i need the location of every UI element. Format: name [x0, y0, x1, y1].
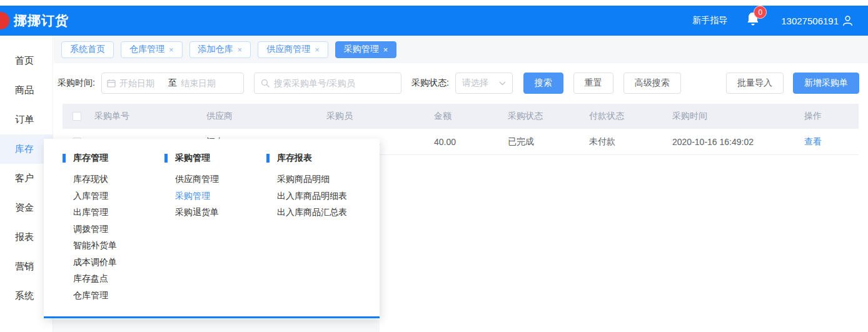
tab-warehouse-management[interactable]: 仓库管理 ×	[121, 41, 183, 58]
section-marker	[63, 154, 66, 163]
section-title: 采购管理	[175, 153, 210, 164]
col-purchaser: 采购员	[323, 111, 431, 122]
filter-bar: 采购时间: 至 采购状态:	[54, 63, 868, 103]
tab-supplier-management[interactable]: 供应商管理 ×	[258, 41, 328, 58]
menu-item-inventory-status[interactable]: 库存现状	[73, 174, 164, 184]
tab-add-warehouse[interactable]: 添加仓库 ×	[189, 41, 251, 58]
beginner-guide-link[interactable]: 新手指导	[692, 15, 727, 26]
app-header: 挪挪订货 新手指导 0 13027506191	[0, 6, 868, 36]
menu-item-purchase-returns[interactable]: 采购退货单	[175, 208, 266, 218]
purchase-time-label: 采购时间:	[58, 78, 95, 89]
menu-item-inbound-management[interactable]: 入库管理	[73, 191, 164, 201]
menu-item-outbound-management[interactable]: 出库管理	[73, 208, 164, 218]
sidebar-item-orders[interactable]: 订单	[0, 105, 53, 134]
tab-purchase-management[interactable]: 采购管理 ×	[335, 41, 397, 58]
menu-item-inout-goods-summary[interactable]: 出入库商品汇总表	[277, 208, 368, 218]
cell-payment-status: 未付款	[586, 136, 669, 148]
menu-item-cost-adjustment[interactable]: 成本调价单	[73, 258, 164, 268]
search-box	[254, 73, 401, 94]
menu-item-warehouse-management[interactable]: 仓库管理	[73, 291, 164, 301]
col-time: 采购时间	[669, 111, 801, 122]
top-strip	[0, 0, 868, 6]
user-account[interactable]: 13027506191	[781, 15, 853, 26]
menu-item-inout-goods-detail[interactable]: 出入库商品明细表	[277, 191, 368, 201]
close-icon[interactable]: ×	[169, 46, 174, 54]
cell-time: 2020-10-16 16:49:02	[669, 137, 801, 147]
col-supplier: 供应商	[203, 111, 323, 122]
add-purchase-order-button[interactable]: 新增采购单	[793, 73, 859, 94]
sidebar-item-goods[interactable]: 商品	[0, 76, 53, 105]
chevron-down-icon	[499, 81, 506, 86]
date-range-picker[interactable]: 至	[101, 73, 244, 94]
range-separator: 至	[168, 78, 177, 89]
purchase-status-label: 采购状态:	[411, 78, 449, 89]
notification-badge: 0	[754, 6, 767, 19]
menu-item-purchase-goods-detail[interactable]: 采购商品明细	[277, 174, 368, 184]
tab-system-home[interactable]: 系统首页	[61, 41, 114, 58]
search-input[interactable]	[274, 78, 395, 88]
tab-bar: 系统首页 仓库管理 × 添加仓库 × 供应商管理 × 采购管理 ×	[54, 36, 868, 63]
status-select[interactable]: 请选择	[455, 73, 513, 94]
start-date-input[interactable]	[119, 78, 164, 88]
section-marker	[266, 154, 270, 163]
col-order-no: 采购单号	[91, 111, 203, 122]
app-title: 挪挪订货	[14, 12, 69, 29]
menu-item-smart-replenishment[interactable]: 智能补货单	[73, 241, 164, 251]
view-link[interactable]: 查看	[804, 136, 822, 146]
notification-bell[interactable]: 0	[746, 11, 762, 30]
col-amount: 金额	[431, 111, 505, 122]
col-actions: 操作	[801, 111, 858, 122]
flyout-section-inventory-management: 库存管理 库存现状 入库管理 出库管理 调拨管理 智能补货单 成本调价单 库存盘…	[63, 153, 164, 316]
inventory-flyout-menu: 库存管理 库存现状 入库管理 出库管理 调拨管理 智能补货单 成本调价单 库存盘…	[44, 139, 380, 318]
reset-button[interactable]: 重置	[573, 73, 613, 94]
select-all-checkbox[interactable]	[73, 112, 81, 121]
menu-item-purchase-management[interactable]: 采购管理	[175, 191, 266, 201]
app-logo	[0, 12, 9, 29]
flyout-section-inventory-reports: 库存报表 采购商品明细 出入库商品明细表 出入库商品汇总表	[266, 153, 368, 316]
cell-amount: 40.00	[431, 137, 505, 147]
menu-item-stocktaking[interactable]: 库存盘点	[73, 274, 164, 284]
user-phone: 13027506191	[781, 16, 839, 26]
calendar-icon	[107, 79, 116, 88]
flyout-shadow-area	[44, 320, 380, 332]
sidebar-item-home[interactable]: 首页	[0, 46, 53, 76]
batch-import-button[interactable]: 批量导入	[726, 73, 784, 94]
col-status: 采购状态	[505, 111, 586, 122]
col-payment-status: 付款状态	[586, 111, 669, 122]
close-icon[interactable]: ×	[238, 46, 243, 54]
close-icon[interactable]: ×	[383, 46, 388, 54]
user-icon	[842, 15, 853, 26]
search-icon	[261, 79, 270, 88]
advanced-search-button[interactable]: 高级搜索	[623, 73, 681, 94]
menu-item-supplier-management[interactable]: 供应商管理	[175, 174, 266, 184]
app-window: 挪挪订货 新手指导 0 13027506191 首页 商品	[0, 0, 868, 332]
table-header-row: 采购单号 供应商 采购员 金额 采购状态 付款状态 采购时间 操作	[63, 104, 859, 129]
end-date-input[interactable]	[181, 78, 226, 88]
close-icon[interactable]: ×	[315, 46, 320, 54]
section-marker	[164, 154, 168, 163]
section-title: 库存管理	[73, 153, 108, 164]
menu-item-transfer-management[interactable]: 调拨管理	[73, 224, 164, 234]
section-title: 库存报表	[277, 153, 312, 164]
search-button[interactable]: 搜索	[523, 73, 563, 94]
cell-status: 已完成	[505, 136, 586, 148]
flyout-section-purchase-management: 采购管理 供应商管理 采购管理 采购退货单	[164, 153, 266, 316]
